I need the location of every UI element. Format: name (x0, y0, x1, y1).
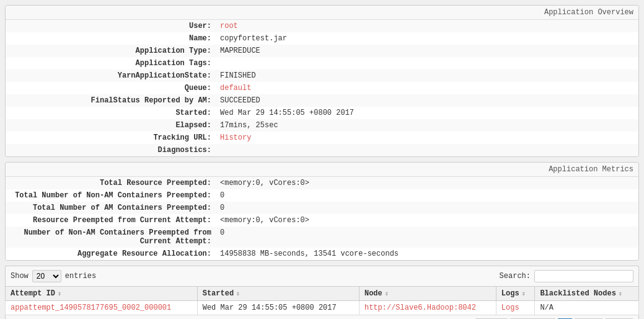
metrics-label-4: Number of Non-AM Containers Preempted fr… (6, 227, 216, 248)
overview-label-4: YarnApplicationState: (6, 70, 216, 82)
entries-select[interactable]: 102050100 (32, 270, 61, 282)
sort-icon-2: ⇕ (385, 290, 389, 297)
attempt-id-link[interactable]: appattempt_1490578177695_0002_000001 (11, 303, 171, 312)
app-overview-table: User:rootName:copyfortest.jarApplication… (6, 20, 638, 156)
overview-label-9: Tracking URL: (6, 132, 216, 144)
node-link[interactable]: http://Slave6.Hadoop:8042 (364, 303, 476, 312)
metrics-value-1: 0 (216, 189, 638, 202)
attempts-section: Show 102050100 entries Search: Attempt I… (5, 266, 639, 319)
overview-label-6: FinalStatus Reported by AM: (6, 94, 216, 107)
started-cell: Wed Mar 29 14:55:05 +0800 2017 (197, 301, 359, 315)
metrics-value-3: <memory:0, vCores:0> (216, 214, 638, 227)
node-cell[interactable]: http://Slave6.Hadoop:8042 (359, 301, 496, 315)
col-header-attempt-id[interactable]: Attempt ID⇕ (6, 287, 198, 301)
sort-icon-1: ⇕ (236, 290, 240, 297)
overview-label-5: Queue: (6, 82, 216, 94)
attempt-id-cell[interactable]: appattempt_1490578177695_0002_000001 (6, 301, 198, 315)
overview-value-0[interactable]: root (216, 20, 638, 32)
overview-label-1: Name: (6, 32, 216, 45)
show-entries-control: Show 102050100 entries (11, 270, 96, 282)
overview-label-3: Application Tags: (6, 57, 216, 70)
logs-cell[interactable]: Logs (496, 301, 535, 315)
metrics-label-3: Resource Preempted from Current Attempt: (6, 214, 216, 227)
app-overview-title: Application Overview (6, 6, 638, 20)
attempts-table: Attempt ID⇕Started⇕Node⇕Logs⇕Blacklisted… (5, 286, 639, 315)
col-header-blacklisted-nodes[interactable]: Blacklisted Nodes⇕ (535, 287, 639, 301)
search-input[interactable] (534, 270, 633, 282)
application-metrics-panel: Application Metrics Total Resource Preem… (5, 162, 639, 261)
table-footer: Showing 1 to 1 of 1 entries First Previo… (5, 315, 639, 319)
sort-icon-4: ⇕ (619, 290, 622, 297)
overview-value-4: FINISHED (216, 70, 638, 82)
col-header-logs[interactable]: Logs⇕ (496, 287, 535, 301)
overview-link-5[interactable]: default (220, 84, 251, 92)
entries-label: entries (65, 272, 96, 281)
overview-label-8: Elapsed: (6, 119, 216, 132)
overview-value-8: 17mins, 25sec (216, 119, 638, 132)
table-controls: Show 102050100 entries Search: (5, 266, 639, 286)
overview-value-7: Wed Mar 29 14:55:05 +0800 2017 (216, 107, 638, 119)
overview-label-10: Diagnostics: (6, 144, 216, 156)
overview-value-10 (216, 144, 638, 156)
metrics-value-0: <memory:0, vCores:0> (216, 177, 638, 189)
metrics-label-5: Aggregate Resource Allocation: (6, 248, 216, 260)
overview-label-2: Application Type: (6, 45, 216, 57)
overview-value-2: MAPREDUCE (216, 45, 638, 57)
metrics-label-0: Total Resource Preempted: (6, 177, 216, 189)
overview-link-0[interactable]: root (220, 22, 238, 30)
overview-value-3 (216, 57, 638, 70)
metrics-value-2: 0 (216, 202, 638, 214)
app-metrics-table: Total Resource Preempted:<memory:0, vCor… (6, 177, 638, 260)
overview-label-7: Started: (6, 107, 216, 119)
search-control: Search: (500, 270, 633, 282)
table-row: appattempt_1490578177695_0002_000001Wed … (6, 301, 639, 315)
metrics-label-2: Total Number of AM Containers Preempted: (6, 202, 216, 214)
search-label: Search: (500, 272, 531, 281)
overview-value-5[interactable]: default (216, 82, 638, 94)
overview-value-9[interactable]: History (216, 132, 638, 144)
overview-link-9[interactable]: History (220, 133, 251, 142)
col-header-started[interactable]: Started⇕ (197, 287, 359, 301)
metrics-value-5: 14958838 MB-seconds, 13541 vcore-seconds (216, 248, 638, 260)
overview-value-6: SUCCEEDED (216, 94, 638, 107)
overview-label-0: User: (6, 20, 216, 32)
show-label: Show (11, 272, 29, 281)
sort-icon-0: ⇕ (58, 290, 61, 297)
col-header-node[interactable]: Node⇕ (359, 287, 496, 301)
overview-value-1: copyfortest.jar (216, 32, 638, 45)
logs-link[interactable]: Logs (501, 303, 519, 312)
app-metrics-title: Application Metrics (6, 163, 638, 177)
sort-icon-3: ⇕ (522, 290, 526, 297)
blacklisted-nodes-cell: N/A (535, 301, 639, 315)
metrics-value-4: 0 (216, 227, 638, 248)
metrics-label-1: Total Number of Non-AM Containers Preemp… (6, 189, 216, 202)
application-overview-panel: Application Overview User:rootName:copyf… (5, 5, 639, 157)
